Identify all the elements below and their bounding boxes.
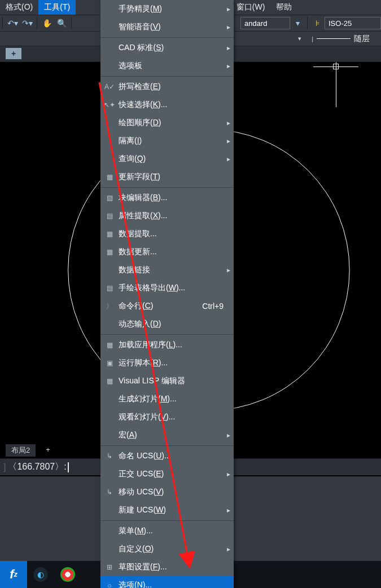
- menu-item-label: 绘图顺序(D): [119, 118, 161, 128]
- menu-item-label: 拼写检查(E): [119, 82, 161, 92]
- menu-item[interactable]: ▣运行脚本(R)...: [100, 354, 234, 372]
- menu-window[interactable]: 窗口(W): [231, 0, 271, 15]
- menu-item[interactable]: 手势精灵(M)▸: [100, 0, 234, 18]
- menu-item-label: 块编辑器(B)...: [119, 193, 167, 203]
- menu-item-label: 更新字段(T): [119, 172, 160, 182]
- menu-item-label: 观看幻灯片(V)...: [119, 412, 175, 422]
- menu-item[interactable]: 新建 UCS(W)▸: [100, 501, 234, 519]
- menu-item[interactable]: ▦Visual LISP 编辑器: [100, 372, 234, 390]
- pan-icon[interactable]: ✋: [41, 17, 52, 29]
- menu-item[interactable]: 隔离(I)▸: [100, 132, 234, 150]
- submenu-arrow-icon: ▸: [227, 62, 230, 70]
- undo-icon[interactable]: ↶▾: [7, 17, 18, 29]
- menu-item[interactable]: 查询(Q)▸: [100, 150, 234, 168]
- menu-item[interactable]: 正交 UCS(E)▸: [100, 465, 234, 483]
- menu-icon: ▦: [104, 248, 115, 256]
- menu-format[interactable]: 格式(O): [0, 0, 38, 15]
- menu-item-label: 数据链接: [119, 265, 150, 275]
- menu-item[interactable]: A✓拼写检查(E): [100, 78, 234, 96]
- menu-help[interactable]: 帮助: [270, 0, 297, 15]
- menu-item-label: 运行脚本(R)...: [119, 358, 168, 368]
- menu-item-label: 智能语音(V): [119, 22, 161, 32]
- menu-item[interactable]: ▧块编辑器(B)...: [100, 189, 234, 207]
- menu-item[interactable]: 选项板▸: [100, 57, 234, 75]
- menu-item[interactable]: 绘图顺序(D)▸: [100, 114, 234, 132]
- menu-item-label: 自定义(O): [119, 544, 154, 554]
- menu-item-label: 数据提取...: [119, 229, 157, 239]
- submenu-arrow-icon: ▸: [227, 44, 230, 52]
- menu-item-label: 隔离(I): [119, 136, 142, 146]
- dim-icon[interactable]: ⊧: [312, 17, 323, 29]
- menu-icon: 〉: [104, 302, 115, 311]
- submenu-arrow-icon: ▸: [227, 137, 230, 145]
- menu-item[interactable]: ⊞草图设置(F)...: [100, 558, 234, 576]
- menu-icon: ↖✦: [104, 101, 115, 109]
- menu-item[interactable]: ▦加载应用程序(L)...: [100, 336, 234, 354]
- menu-item-label: 手绘表格导出(W)...: [119, 283, 185, 293]
- menu-item[interactable]: 动态输入(D): [100, 315, 234, 333]
- layout-add[interactable]: +: [40, 444, 56, 457]
- submenu-arrow-icon: ▸: [227, 155, 230, 163]
- style-combo[interactable]: [240, 17, 290, 29]
- menu-item[interactable]: 菜单(M)...: [100, 522, 234, 540]
- menu-tools[interactable]: 工具(T): [38, 0, 76, 15]
- menu-item-label: 生成幻灯片(M)...: [119, 394, 177, 404]
- submenu-arrow-icon: ▸: [227, 266, 230, 274]
- taskbar-app-chrome[interactable]: [54, 561, 81, 588]
- menu-item[interactable]: ↳命名 UCS(U)...: [100, 447, 234, 465]
- menu-item[interactable]: 数据链接▸: [100, 261, 234, 279]
- taskbar-app-browser[interactable]: ◐: [27, 561, 54, 588]
- menu-item-label: 移动 UCS(V): [119, 487, 164, 497]
- submenu-arrow-icon: ▸: [227, 431, 230, 439]
- menu-item-label: 数据更新...: [119, 247, 157, 257]
- menu-item[interactable]: ▦更新字段(T): [100, 168, 234, 186]
- menu-item-label: 快速选择(K)...: [119, 100, 167, 110]
- menu-icon: ▣: [104, 359, 115, 367]
- chevron-down-icon[interactable]: ▾: [292, 17, 303, 29]
- menu-item[interactable]: CAD 标准(S)▸: [100, 39, 234, 57]
- menu-item[interactable]: ▦数据提取...: [100, 225, 234, 243]
- menu-item-label: 宏(A): [119, 430, 137, 440]
- command-prompt: 〈166.7807〉:: [8, 461, 66, 473]
- submenu-arrow-icon: ▸: [227, 119, 230, 127]
- layout-tab[interactable]: 布局2: [6, 444, 36, 457]
- linetype-label[interactable]: 随层: [354, 34, 370, 44]
- menu-item[interactable]: 生成幻灯片(M)...: [100, 390, 234, 408]
- menu-icon: ▤: [104, 212, 115, 220]
- menu-item[interactable]: ☼选项(N)...: [100, 576, 234, 588]
- menu-item-label: 菜单(M)...: [119, 526, 153, 536]
- zoom-icon[interactable]: 🔍: [56, 17, 67, 29]
- dimstyle-combo[interactable]: [325, 17, 381, 29]
- menu-item-label: 手势精灵(M): [119, 4, 162, 14]
- menu-item[interactable]: 自定义(O)▸: [100, 540, 234, 558]
- menu-item[interactable]: ▦数据更新...: [100, 243, 234, 261]
- menu-item[interactable]: ▤手绘表格导出(W)...: [100, 279, 234, 297]
- menu-item-label: 选项(N)...: [119, 580, 152, 588]
- menu-item[interactable]: ↖✦快速选择(K)...: [100, 96, 234, 114]
- menu-item-label: 正交 UCS(E): [119, 469, 164, 479]
- layout-tabs: 布局2 +: [6, 444, 56, 457]
- menu-item[interactable]: ▤属性提取(X)...: [100, 207, 234, 225]
- redo-icon[interactable]: ↷▾: [21, 17, 33, 29]
- menu-icon: ▤: [104, 284, 115, 292]
- chevron-down-icon[interactable]: ▾: [298, 35, 301, 42]
- menu-item[interactable]: 智能语音(V)▸: [100, 18, 234, 36]
- tools-dropdown: 手势精灵(M)▸智能语音(V)▸CAD 标准(S)▸选项板▸A✓拼写检查(E)↖…: [100, 0, 234, 588]
- menu-item[interactable]: 观看幻灯片(V)...: [100, 408, 234, 426]
- menu-item[interactable]: 〉命令行(C)Ctrl+9: [100, 297, 234, 315]
- submenu-arrow-icon: ▸: [227, 506, 230, 514]
- menu-item-label: 查询(Q): [119, 154, 146, 164]
- menu-icon: ▦: [104, 341, 115, 349]
- menu-item[interactable]: 宏(A)▸: [100, 426, 234, 444]
- menu-icon: ↳: [104, 488, 115, 496]
- menu-icon: ⊞: [104, 563, 115, 571]
- menu-item[interactable]: ↳移动 UCS(V): [100, 483, 234, 501]
- menu-item-label: 命令行(C): [119, 301, 153, 311]
- menu-icon: ▦: [104, 230, 115, 238]
- taskbar-app-cad[interactable]: fz: [0, 561, 27, 588]
- menu-icon: ↳: [104, 452, 115, 460]
- menu-icon: ☼: [104, 581, 115, 588]
- new-tab-button[interactable]: +: [6, 48, 21, 59]
- menu-item-label: 动态输入(D): [119, 319, 161, 329]
- menu-item-label: CAD 标准(S): [119, 43, 164, 53]
